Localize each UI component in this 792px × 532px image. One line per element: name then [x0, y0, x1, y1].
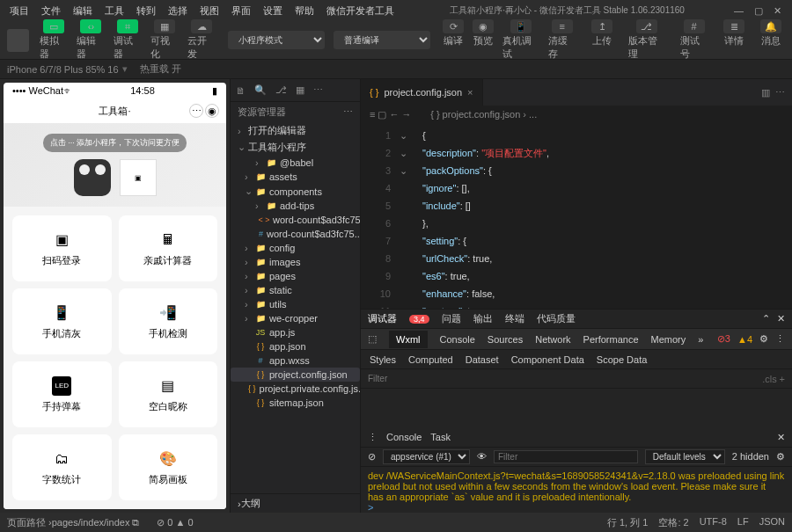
- memory-tab[interactable]: Memory: [651, 334, 686, 345]
- scopedata-tab[interactable]: Scope Data: [597, 354, 647, 365]
- version-button[interactable]: ⎇版本管理: [625, 18, 668, 62]
- details-button[interactable]: ≣详情: [720, 18, 748, 62]
- task-drawer-tab[interactable]: Task: [430, 432, 451, 442]
- tree-item[interactable]: { }app.json: [231, 339, 360, 353]
- mode-select[interactable]: 小程序模式: [228, 31, 325, 49]
- visualize-button[interactable]: ▦可视化: [147, 18, 182, 62]
- tree-item[interactable]: ›📁images: [231, 255, 360, 269]
- spaces[interactable]: 空格: 2: [658, 516, 688, 529]
- tree-item[interactable]: ›📁config: [231, 241, 360, 255]
- menu-project[interactable]: 项目: [4, 2, 35, 20]
- hot-reload-toggle[interactable]: 热重载 开: [140, 62, 181, 76]
- compile-button[interactable]: ⟳编译: [439, 18, 467, 62]
- levels-select[interactable]: Default levels: [645, 449, 725, 464]
- add-style-icon[interactable]: +: [780, 374, 785, 384]
- tree-item[interactable]: ›📁utils: [231, 297, 360, 311]
- cls-button[interactable]: .cls: [762, 374, 777, 384]
- style-filter-input[interactable]: [368, 374, 762, 383]
- gear-icon[interactable]: ⚙: [759, 333, 768, 345]
- open-editors[interactable]: ›打开的编辑器: [231, 122, 360, 139]
- menu-ui[interactable]: 界面: [225, 2, 257, 20]
- dataset-tab[interactable]: Dataset: [466, 354, 499, 365]
- clear-button[interactable]: ≡清缓存: [545, 18, 579, 62]
- encoding[interactable]: UTF-8: [700, 516, 727, 529]
- tree-item[interactable]: JSapp.js: [231, 325, 360, 339]
- clear-console-icon[interactable]: ⊘: [368, 451, 376, 463]
- computed-tab[interactable]: Computed: [408, 354, 453, 365]
- simulator-button[interactable]: ▭模拟器: [36, 18, 71, 62]
- phone-preview[interactable]: •••• WeChatᯤ14:58▮ 工具箱·⋯◉ 点击 ··· 添加小程序，下…: [4, 83, 226, 509]
- eol[interactable]: LF: [737, 516, 749, 529]
- outline-section[interactable]: ›大纲: [231, 493, 360, 513]
- tree-item[interactable]: ›📁assets: [231, 170, 360, 184]
- realdev-button[interactable]: 📱真机调试: [499, 18, 543, 62]
- card-blank[interactable]: ▤空白昵称: [119, 361, 218, 427]
- devtools-tab-terminal[interactable]: 终端: [505, 312, 524, 325]
- card-calc[interactable]: 🖩亲戚计算器: [119, 215, 218, 281]
- files-icon[interactable]: 🗎: [236, 85, 246, 96]
- ext-icon[interactable]: ▦: [296, 84, 304, 96]
- devtools-tab-problems[interactable]: 问题: [442, 312, 461, 325]
- network-tab[interactable]: Network: [535, 334, 570, 345]
- gear-icon[interactable]: ⚙: [776, 451, 785, 463]
- tree-item[interactable]: ›📁we-cropper: [231, 311, 360, 325]
- message-button[interactable]: 🔔消息: [757, 18, 785, 62]
- devtools-tab-quality[interactable]: 代码质量: [537, 312, 576, 325]
- target-icon[interactable]: ◉: [205, 104, 219, 118]
- tree-item[interactable]: #word-count$ad3fc75...: [231, 227, 360, 241]
- close-tab-icon[interactable]: ×: [467, 87, 473, 98]
- tree-item[interactable]: { }project.config.json: [231, 368, 360, 382]
- close-drawer-icon[interactable]: ✕: [777, 432, 785, 443]
- styles-tab[interactable]: Styles: [370, 354, 396, 365]
- tree-item[interactable]: ›📁@babel: [231, 156, 360, 170]
- more-icon[interactable]: ⋯: [313, 84, 323, 96]
- editor-button[interactable]: ‹›编辑器: [73, 18, 108, 62]
- debugger-button[interactable]: ⌗调试器: [110, 18, 145, 62]
- close-icon[interactable]: ✕: [777, 313, 785, 324]
- git-icon[interactable]: ⎇: [275, 84, 287, 96]
- device-select[interactable]: iPhone 6/7/8 Plus 85% 16: [7, 64, 119, 75]
- wxml-tab[interactable]: Wxml: [389, 331, 428, 348]
- tree-item[interactable]: < >word-count$ad3fc75...: [231, 213, 360, 227]
- tab-active[interactable]: { }project.config.json×: [361, 79, 483, 106]
- console-filter-input[interactable]: [494, 450, 638, 463]
- card-detect[interactable]: 📲手机检测: [119, 288, 218, 354]
- card-barrage[interactable]: LED手持弹幕: [12, 361, 112, 427]
- compile-select[interactable]: 普通编译: [334, 31, 430, 49]
- page-path[interactable]: pages/index/index: [52, 517, 130, 528]
- upload-button[interactable]: ↥上传: [588, 18, 616, 62]
- page-path-label[interactable]: 页面路径 ›: [7, 516, 52, 529]
- more-icon[interactable]: ⋯: [343, 106, 353, 118]
- eye-icon[interactable]: 👁: [477, 451, 487, 462]
- card-count[interactable]: 🗂字数统计: [12, 434, 112, 500]
- context-select[interactable]: appservice (#1): [383, 449, 470, 464]
- avatar[interactable]: [7, 29, 29, 52]
- search-icon[interactable]: 🔍: [254, 84, 267, 96]
- tree-item[interactable]: ⌄📁components: [231, 184, 360, 199]
- sources-tab[interactable]: Sources: [488, 334, 523, 345]
- devtools-tab-output[interactable]: 输出: [473, 312, 493, 325]
- hidden-count[interactable]: 2 hidden: [732, 451, 769, 462]
- card-draw[interactable]: 🎨简易画板: [119, 434, 218, 500]
- performance-tab[interactable]: Performance: [583, 334, 639, 345]
- warn-count[interactable]: ▲4: [737, 334, 752, 345]
- tree-item[interactable]: #app.wxss: [231, 353, 360, 368]
- maximize-icon[interactable]: ▢: [754, 5, 763, 17]
- tree-item[interactable]: ›📁static: [231, 283, 360, 297]
- preview-button[interactable]: ◉预览: [469, 18, 497, 62]
- chevron-up-icon[interactable]: ⌃: [762, 313, 770, 324]
- compdata-tab[interactable]: Component Data: [511, 354, 584, 365]
- inspect-icon[interactable]: ⬚: [368, 333, 377, 345]
- card-scan[interactable]: ▣扫码登录: [12, 215, 112, 281]
- console-output[interactable]: dev /WAServiceMainContext.js?t=wechat&s=…: [361, 467, 792, 514]
- code-editor[interactable]: 1234567891011 ⌄⌄⌄ { "description": "项目配置…: [361, 123, 792, 309]
- tree-item[interactable]: ›📁add-tips: [231, 199, 360, 213]
- tree-item[interactable]: { }project.private.config.js...: [231, 382, 360, 396]
- menu-settings[interactable]: 设置: [257, 2, 289, 20]
- problems-status[interactable]: ⊘ 0 ▲ 0: [157, 517, 193, 528]
- project-root[interactable]: ⌄工具箱小程序: [231, 139, 360, 156]
- devtools-tab-debugger[interactable]: 调试器: [368, 312, 397, 325]
- menu-help[interactable]: 帮助: [289, 2, 320, 20]
- minimize-icon[interactable]: —: [734, 5, 744, 17]
- console-tab[interactable]: Console: [440, 334, 475, 345]
